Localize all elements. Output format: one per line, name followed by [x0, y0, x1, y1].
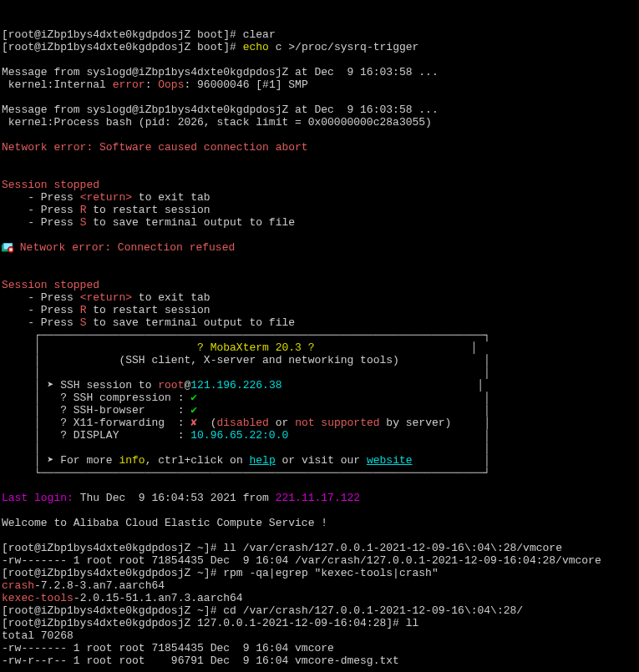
kw-echo: echo: [243, 41, 269, 53]
cmd-rpm: rpm -qa|egrep "kexec-tools|crash": [223, 567, 438, 579]
network-error: Network error: Connection refused: [20, 241, 235, 254]
website-link[interactable]: website: [367, 454, 413, 467]
error-icon: [2, 241, 13, 254]
kernel-line: kernel:Process bash (pid: 2026, stack li…: [2, 116, 432, 129]
kernel-line: kernel:Internal error: Oops: 96000046 [#…: [2, 78, 308, 91]
shell-prompt: [root@iZbp1bys4dxte0kgdpdosjZ ~]#: [2, 604, 216, 617]
session-stopped: Session stopped: [2, 279, 99, 291]
shell-prompt: [root@iZbp1bys4dxte0kgdpdosjZ ~]#: [2, 567, 216, 579]
cmd-args: c >/proc/sysrq-trigger: [276, 41, 419, 53]
hint-line: - Press S to save terminal output to fil…: [2, 216, 295, 229]
shell-prompt: [root@iZbp1bys4dxte0kgdpdosjZ ~]#: [2, 542, 216, 554]
welcome-banner: Welcome to Alibaba Cloud Elastic Compute…: [2, 517, 327, 529]
network-error: Network error: Software caused connectio…: [2, 141, 308, 154]
hint-line: - Press <return> to exit tab: [2, 191, 210, 204]
syslog-msg: Message from syslogd@iZbp1bys4dxte0kgdpd…: [2, 104, 439, 116]
mobabox: ┌───────────────────────────────────────…: [2, 329, 490, 479]
shell-prompt: [root@iZbp1bys4dxte0kgdpdosjZ boot]#: [2, 28, 236, 41]
cmd-ll: ll /var/crash/127.0.0.1-2021-12-09-16\:0…: [223, 542, 562, 554]
last-login: Last login: Thu Dec 9 16:04:53 2021 from…: [2, 492, 360, 504]
ls-total: total 70268: [2, 629, 74, 642]
help-link[interactable]: help: [250, 454, 276, 467]
hint-line: - Press R to restart session: [2, 204, 210, 216]
hint-line: - Press S to save terminal output to fil…: [2, 316, 295, 329]
shell-prompt: [root@iZbp1bys4dxte0kgdpdosjZ boot]#: [2, 41, 236, 53]
ls-line: -rw------- 1 root root 71854435 Dec 9 16…: [2, 554, 601, 567]
cmd-cd: cd /var/crash/127.0.0.1-2021-12-09-16\:0…: [223, 604, 523, 617]
syslog-msg: Message from syslogd@iZbp1bys4dxte0kgdpd…: [2, 66, 439, 78]
shell-prompt: [root@iZbp1bys4dxte0kgdpdosjZ 127.0.0.1-…: [2, 617, 399, 629]
pkg-line: crash-7.2.8-3.an7.aarch64: [2, 579, 165, 592]
pkg-line: kexec-tools-2.0.15-51.1.an7.3.aarch64: [2, 592, 243, 604]
ls-line: -rw-r--r-- 1 root root 96791 Dec 9 16:04…: [2, 654, 399, 667]
session-stopped: Session stopped: [2, 179, 99, 191]
cmd-ll: ll: [406, 617, 419, 629]
terminal-output[interactable]: [root@iZbp1bys4dxte0kgdpdosjZ boot]# cle…: [2, 28, 637, 667]
hint-line: - Press R to restart session: [2, 304, 210, 316]
ls-line: -rw------- 1 root root 71854435 Dec 9 16…: [2, 642, 334, 654]
hint-line: - Press <return> to exit tab: [2, 291, 210, 304]
cmd-clear: clear: [243, 28, 276, 41]
